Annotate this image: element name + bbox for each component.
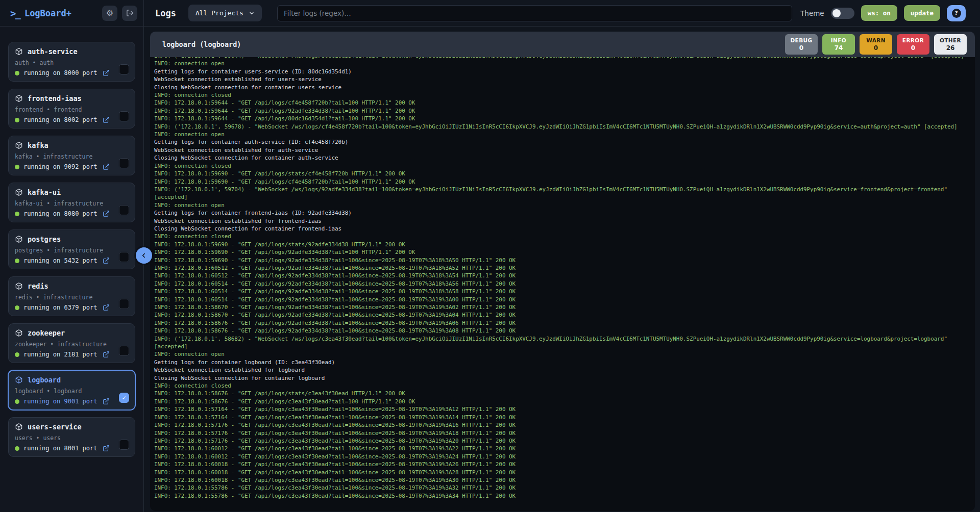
open-service-link[interactable] [103, 69, 110, 76]
log-line: INFO: 172.18.0.1:59644 - "GET /api/logs/… [154, 115, 975, 122]
badge-info[interactable]: INFO74 [822, 34, 855, 55]
service-checkbox[interactable] [119, 299, 129, 309]
log-line: INFO: 172.18.0.1:59690 - "GET /api/logs/… [154, 257, 975, 264]
log-line: INFO: 172.18.0.1:58676 - "GET /api/logs/… [154, 390, 975, 397]
badge-count: 74 [827, 44, 850, 52]
external-link-icon[interactable] [103, 69, 110, 76]
service-name: redis [28, 282, 48, 290]
external-link-icon[interactable] [103, 210, 110, 217]
badge-label: DEBUG [790, 37, 813, 44]
external-link-icon[interactable] [103, 116, 110, 123]
top-bar-main: Logs All Projects Theme ws: on update ? [144, 0, 980, 26]
service-checkbox[interactable]: ✓ [119, 393, 129, 403]
badge-count: 0 [790, 44, 813, 52]
service-status-row: running on 2181 port [15, 351, 129, 358]
open-service-link[interactable] [103, 445, 110, 452]
status-dot [15, 352, 19, 357]
status-dot [15, 259, 19, 263]
settings-button[interactable]: ⚙ [102, 6, 117, 21]
external-link-icon[interactable] [103, 398, 110, 405]
checkmark-icon: ✓ [122, 394, 126, 401]
service-status-row: running on 8000 port [15, 69, 129, 76]
service-meta: auth • auth [15, 59, 129, 66]
log-line: INFO: connection closed [154, 91, 975, 99]
service-card-logboard[interactable]: logboardlogboard • logboardrunning on 90… [8, 370, 135, 410]
project-filter-label: All Projects [195, 9, 243, 17]
service-card-frontend-iaas[interactable]: frontend-iaasfrontend • frontendrunning … [8, 89, 135, 129]
log-line: Closing WebSocket connection for contain… [154, 154, 975, 162]
theme-toggle[interactable] [831, 8, 854, 19]
open-service-link[interactable] [103, 257, 110, 264]
external-link-icon[interactable] [103, 304, 110, 311]
open-service-link[interactable] [103, 398, 110, 405]
log-line: INFO: 172.18.0.1:57176 - "GET /api/logs/… [154, 429, 975, 437]
external-link-icon[interactable] [103, 163, 110, 170]
service-name: users-service [28, 423, 82, 431]
log-line: INFO: 172.18.0.1:58670 - "GET /api/logs/… [154, 311, 975, 319]
package-icon [15, 329, 23, 337]
service-name: kafka-ui [28, 188, 61, 196]
open-service-link[interactable] [103, 116, 110, 123]
service-card-redis[interactable]: redisredis • infrastructurerunning on 63… [8, 276, 135, 316]
log-filter-input[interactable] [277, 5, 792, 21]
open-service-link[interactable] [103, 163, 110, 170]
log-line: INFO: ('172.18.0.1', 59644) - "WebSocket… [154, 57, 975, 60]
service-checkbox[interactable] [119, 252, 129, 262]
service-status-row: running on 6379 port [15, 304, 129, 311]
service-card-auth-service[interactable]: auth-serviceauth • authrunning on 8000 p… [8, 42, 135, 82]
badge-label: OTHER [939, 37, 962, 44]
service-name: auth-service [28, 47, 78, 56]
service-checkbox[interactable] [119, 64, 129, 74]
log-line: INFO: 172.18.0.1:60514 - "GET /api/logs/… [154, 280, 975, 288]
service-checkbox[interactable] [119, 440, 129, 450]
log-line: INFO: 172.18.0.1:59644 - "GET /api/logs/… [154, 107, 975, 115]
status-dot [15, 212, 19, 216]
chevron-left-icon [140, 252, 148, 259]
service-card-users-service[interactable]: users-serviceusers • usersrunning on 800… [8, 417, 135, 457]
log-line: INFO: connection closed [154, 382, 975, 390]
log-line: INFO: connection open [154, 350, 975, 358]
badge-label: INFO [827, 37, 850, 44]
log-output[interactable]: INFO: ('172.18.0.1', 59644) - "WebSocket… [150, 57, 975, 511]
service-status-row: running on 9001 port [15, 398, 129, 405]
terminal-prompt-icon: >_ [10, 8, 20, 19]
external-link-icon[interactable] [103, 257, 110, 264]
service-card-kafka[interactable]: kafkakafka • infrastructurerunning on 90… [8, 136, 135, 175]
badge-debug[interactable]: DEBUG0 [785, 34, 818, 55]
log-line: Getting logs for container users-service… [154, 68, 975, 75]
project-filter-dropdown[interactable]: All Projects [188, 5, 262, 21]
badge-other[interactable]: OTHER26 [934, 34, 967, 55]
sidebar-collapse-button[interactable] [136, 247, 152, 264]
open-service-link[interactable] [103, 210, 110, 217]
service-checkbox[interactable] [119, 346, 129, 356]
open-service-link[interactable] [103, 351, 110, 358]
service-card-zookeeper[interactable]: zookeeperzookeeper • infrastructurerunni… [8, 323, 135, 363]
log-line: INFO: 172.18.0.1:59690 - "GET /api/logs/… [154, 248, 975, 256]
service-name-row: auth-service [15, 47, 129, 56]
external-link-icon[interactable] [103, 445, 110, 452]
service-card-kafka-ui[interactable]: kafka-uikafka-ui • infrastructurerunning… [8, 183, 135, 222]
help-button[interactable]: ? [947, 5, 966, 21]
service-meta: frontend • frontend [15, 106, 129, 113]
websocket-status-badge[interactable]: ws: on [861, 5, 897, 21]
badge-warn[interactable]: WARN0 [860, 34, 892, 55]
service-name-row: kafka-ui [15, 188, 129, 196]
service-status-row: running on 8002 port [15, 116, 129, 123]
update-button[interactable]: update [904, 5, 940, 21]
service-name-row: zookeeper [15, 329, 129, 337]
service-status-text: running on 8001 port [23, 445, 97, 452]
open-service-link[interactable] [103, 304, 110, 311]
log-line: INFO: 172.18.0.1:55786 - "GET /api/logs/… [154, 492, 975, 500]
service-checkbox[interactable] [119, 111, 129, 121]
service-checkbox[interactable] [119, 205, 129, 215]
external-link-icon[interactable] [103, 351, 110, 358]
log-line: WebSocket connection established for log… [154, 366, 975, 374]
badge-error[interactable]: ERROR0 [897, 34, 929, 55]
service-meta: logboard • logboard [15, 388, 129, 395]
sign-out-icon [126, 9, 134, 17]
service-card-postgres[interactable]: postgrespostgres • infrastructurerunning… [8, 229, 135, 269]
service-checkbox[interactable] [119, 158, 129, 168]
panel-title: logboard (logboard) [162, 40, 241, 48]
logout-button[interactable] [122, 6, 137, 21]
top-bar: >_ LogBoard+ ⚙ Logs All Projects Theme w… [0, 0, 980, 27]
